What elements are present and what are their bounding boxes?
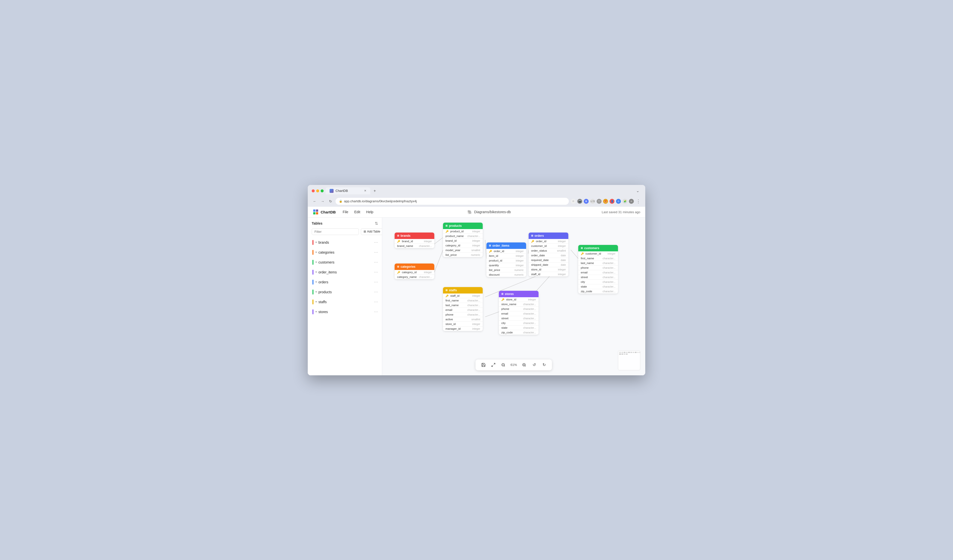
mini-map-item [639,352,640,353]
new-tab-button[interactable]: + [371,187,378,194]
db-table-field-row: store_id integer [443,322,483,326]
field-type: integer [472,323,480,325]
chevron-icon: ▾ [315,261,317,264]
sidebar-item-staffs[interactable]: ▾ staffs ⋯ [308,297,382,307]
db-table-brands[interactable]: ⊞ brands 🔑 brand_id integer brand_name c… [394,232,434,248]
table-more-button[interactable]: ⋯ [374,289,378,294]
sidebar-item-stores[interactable]: ▾ stores ⋯ [308,307,382,317]
svg-line-5 [434,250,443,274]
db-table-header: ⊞ categories [394,263,434,270]
undo-button[interactable]: ↺ [530,361,538,369]
field-type: integer [516,250,524,253]
tab-close-button[interactable]: ✕ [364,189,366,192]
sidebar-item-orders[interactable]: ▾ orders ⋯ [308,277,382,287]
filter-input[interactable] [312,228,359,235]
shield-icon[interactable]: 🛡 [597,199,602,204]
field-type: numeric [471,253,480,256]
traffic-lights [312,189,324,192]
table-color-indicator [312,240,314,245]
table-more-button[interactable]: ⋯ [374,240,378,245]
canvas-area[interactable]: ⊞ brands 🔑 brand_id integer brand_name c… [382,218,645,375]
db-table-customers[interactable]: ⊞ customers 🔑 customer_id integer first_… [578,245,618,294]
extension-b-icon[interactable]: B [584,199,589,204]
address-bar[interactable]: 🔒 app.chartdb.io/diagrams/0kvcbeiijcedel… [335,198,569,205]
db-table-stores[interactable]: ⊞ stores 🔑 store_id integer store_name c… [499,291,539,335]
field-name: street [501,317,509,320]
table-more-button[interactable]: ⋯ [374,280,378,284]
db-table-field-row: order_date date [529,253,568,258]
puzzle-icon[interactable]: 🧩 [622,199,627,204]
db-table-name: brands [400,234,410,237]
svg-line-8 [571,250,578,258]
field-name: model_year [445,249,460,252]
zoom-in-button[interactable] [520,361,528,369]
menu-edit[interactable]: Edit [351,208,363,216]
sidebar-header-icon[interactable]: ⇅ [375,221,378,226]
forward-button[interactable]: → [320,198,326,204]
table-more-button[interactable]: ⋯ [374,260,378,265]
fullscreen-button[interactable] [321,189,324,192]
table-more-button[interactable]: ⋯ [374,299,378,304]
fit-view-button[interactable] [489,361,497,369]
back-button[interactable]: ← [312,198,318,204]
reload-button[interactable]: ↻ [327,198,334,204]
camera-icon[interactable]: 📷 [577,199,582,204]
user-avatar[interactable]: A [629,199,634,204]
field-type: integer [472,294,480,297]
minimize-button[interactable] [316,189,319,192]
field-name: category_id [445,244,460,247]
sidebar-item-brands[interactable]: ▾ brands ⋯ [308,237,382,248]
db-table-products[interactable]: ⊞ products 🔑 product_id integer product_… [443,223,483,257]
table-icon: ⊞ [445,224,447,227]
menu-file[interactable]: File [340,208,351,216]
chevron-icon: ▾ [315,300,317,303]
db-table-field-row: model_year smallint [443,248,483,253]
field-name: city [501,322,506,325]
table-more-button[interactable]: ⋯ [374,270,378,274]
field-type: character... [602,271,616,274]
mini-map-item [626,352,628,353]
sidebar-item-categories[interactable]: ▾ categories ⋯ [308,248,382,257]
db-table-categories[interactable]: ⊞ categories 🔑 category_id integer categ… [394,263,434,279]
field-name: street [581,276,588,278]
db-icon: 🐘 [467,210,472,214]
fox-icon[interactable]: 🦊 [603,199,608,204]
db-table-field-row: zip_code character... [499,330,539,335]
star-icon[interactable]: ☆ [571,199,576,204]
table-more-button[interactable]: ⋯ [374,309,378,314]
db-table-staffs[interactable]: ⊞ staffs 🔑 staff_id integer first_name c… [443,287,483,331]
add-table-button[interactable]: ⊞ Add Table [361,228,382,235]
close-button[interactable] [312,189,315,192]
more-options-button[interactable]: ⋮ [635,198,641,204]
mini-map-item [637,352,639,353]
profile-icon[interactable]: 👤 [610,199,615,204]
save-diagram-button[interactable] [480,361,487,369]
key-icon: 🔑 [489,250,492,253]
redo-button[interactable]: ↻ [540,361,548,369]
db-table-field-row: brand_name character... [394,244,434,248]
table-name-label: order_items [318,270,374,274]
db-table-field-row: item_id integer [486,254,526,258]
db-table-orders[interactable]: ⊞ orders 🔑 order_id integer customer_id … [529,232,568,276]
tab-title: ChartDB [335,189,348,193]
field-name: required_date [531,258,549,261]
table-more-button[interactable]: ⋯ [374,250,378,255]
menu-help[interactable]: Help [363,208,377,216]
field-type: date [561,254,566,257]
url-text: app.chartdb.io/diagrams/0kvcbeiijcedelmp… [344,199,417,203]
db-table-field-row: order_status smallint [529,248,568,253]
sidebar-item-customers[interactable]: ▾ customers ⋯ [308,257,382,267]
field-type: integer [558,273,566,276]
table-color-indicator [312,299,314,305]
browser-tab[interactable]: ChartDB ✕ [326,187,370,194]
translate-icon[interactable]: G [616,199,621,204]
db-table-field-row: list_price numeric [443,253,483,257]
zoom-out-button[interactable] [499,361,507,369]
sidebar-item-order_items[interactable]: ▾ order_items ⋯ [308,267,382,277]
field-type: integer [607,252,616,255]
field-name: item_id [489,254,498,257]
db-table-field-row: 🔑 order_id integer [486,249,526,254]
field-name: quantity [489,264,499,267]
sidebar-item-products[interactable]: ▾ products ⋯ [308,287,382,297]
db-table-order_items[interactable]: ⊞ order_items 🔑 order_id integer item_id… [486,243,526,277]
